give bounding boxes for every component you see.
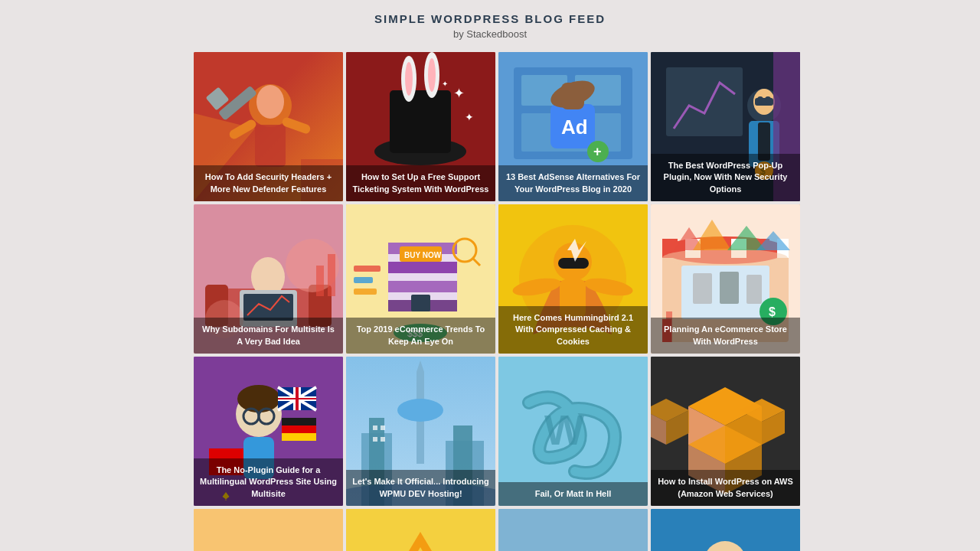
card-11-title: Fail, Or Matt In Hell <box>505 488 642 500</box>
svg-point-36 <box>765 96 771 103</box>
card-8-title: Planning An eCommerce Store With WordPre… <box>657 324 794 347</box>
svg-rect-56 <box>388 262 457 273</box>
svg-rect-48 <box>243 294 293 321</box>
card-8-overlay: Planning An eCommerce Store With WordPre… <box>651 318 800 354</box>
svg-rect-91 <box>746 275 762 304</box>
svg-rect-115 <box>282 425 316 433</box>
svg-text:✦: ✦ <box>442 80 448 88</box>
card-7-overlay: Here Comes Hummingbird 2.1 With Compress… <box>498 306 648 354</box>
svg-rect-57 <box>388 281 457 292</box>
svg-text:$: $ <box>769 305 776 318</box>
svg-rect-72 <box>558 258 589 269</box>
card-1[interactable]: How To Add Security Headers + More New D… <box>194 52 343 201</box>
card-6-overlay: Top 2019 eCommerce Trends To Keep An Eye… <box>346 318 495 354</box>
svg-point-15 <box>428 58 436 92</box>
card-5-title: Why Subdomains For Multisite Is A Very B… <box>200 324 337 347</box>
svg-rect-127 <box>373 425 377 430</box>
svg-text:BUY NOW: BUY NOW <box>404 251 442 259</box>
card-7[interactable]: Here Comes Hummingbird 2.1 With Compress… <box>498 204 648 354</box>
svg-rect-68 <box>354 289 377 295</box>
svg-rect-128 <box>381 425 385 430</box>
card-10-title: Let's Make It Official... Introducing WP… <box>352 476 489 500</box>
svg-rect-67 <box>354 277 373 283</box>
svg-text:Ad: Ad <box>561 116 588 139</box>
card-2-overlay: How to Set Up a Free Support Ticketing S… <box>346 165 495 201</box>
svg-rect-89 <box>693 273 712 304</box>
svg-rect-114 <box>282 418 316 425</box>
card-15[interactable]: ... <box>498 509 648 551</box>
card-9-title: The No-Plugin Guide for a Multilingual W… <box>200 465 337 500</box>
svg-rect-130 <box>381 437 385 442</box>
svg-rect-158 <box>498 509 648 551</box>
card-9-overlay: The No-Plugin Guide for a Multilingual W… <box>194 458 343 506</box>
card-16[interactable]: ... <box>651 509 800 551</box>
card-10[interactable]: Let's Make It Official... Introducing WP… <box>346 357 495 506</box>
svg-rect-52 <box>328 254 335 296</box>
page-title: SIMPLE WORDPRESS BLOG FEED <box>0 12 980 25</box>
svg-point-121 <box>397 399 443 422</box>
svg-rect-61 <box>411 295 430 311</box>
svg-rect-116 <box>282 433 316 441</box>
card-1-overlay: How To Add Security Headers + More New D… <box>194 165 343 201</box>
card-12[interactable]: How to Install WordPress on AWS (Amazon … <box>651 357 800 506</box>
svg-rect-4 <box>281 116 312 135</box>
svg-text:✦: ✦ <box>465 111 474 123</box>
svg-rect-1 <box>255 125 286 167</box>
card-2-title: How to Set Up a Free Support Ticketing S… <box>352 171 489 195</box>
svg-rect-51 <box>316 266 324 296</box>
card-3-overlay: 13 Best AdSense Alternatives For Your Wo… <box>498 165 648 201</box>
svg-point-35 <box>757 96 763 103</box>
card-9[interactable]: The No-Plugin Guide for a Multilingual W… <box>194 357 343 506</box>
svg-point-87 <box>662 249 788 267</box>
svg-rect-29 <box>561 83 584 109</box>
card-7-title: Here Comes Hummingbird 2.1 With Compress… <box>505 312 642 347</box>
card-11[interactable]: W Fail, Or Matt In Hell <box>498 357 648 506</box>
card-5-overlay: Why Subdomains For Multisite Is A Very B… <box>194 318 343 354</box>
svg-text:✦: ✦ <box>453 86 465 101</box>
card-3-title: 13 Best AdSense Alternatives For Your Wo… <box>505 171 642 195</box>
svg-text:W: W <box>544 406 584 454</box>
blog-grid: How To Add Security Headers + More New D… <box>188 46 792 551</box>
card-12-overlay: How to Install WordPress on AWS (Amazon … <box>651 470 800 506</box>
card-2[interactable]: ✦ ✦ ✦ How to Set Up a Free Support Ticke… <box>346 52 495 201</box>
card-3[interactable]: Ad + 13 Best AdSense Alternatives For Yo… <box>498 52 648 201</box>
svg-point-102 <box>237 385 280 412</box>
svg-rect-31 <box>666 67 743 136</box>
svg-rect-90 <box>720 272 739 304</box>
card-12-title: How to Install WordPress on AWS (Amazon … <box>657 476 794 500</box>
card-13[interactable]: ... <box>194 509 343 551</box>
card-4-overlay: The Best WordPress Pop-Up Plugin, Now Wi… <box>651 154 800 201</box>
card-10-overlay: Let's Make It Official... Introducing WP… <box>346 470 495 506</box>
page-header: SIMPLE WORDPRESS BLOG FEED by Stackedboo… <box>0 0 980 46</box>
svg-point-2 <box>256 85 284 119</box>
card-5[interactable]: Why Subdomains For Multisite Is A Very B… <box>194 204 343 354</box>
card-8[interactable]: $ Planning An eCommerce Store With WordP… <box>651 204 800 354</box>
page-subtitle: by Stackedboost <box>0 28 980 40</box>
card-6[interactable]: BUY NOW $$$ Top 2019 eCommerce Trends To… <box>346 204 495 354</box>
svg-text:+: + <box>593 144 602 159</box>
card-1-title: How To Add Security Headers + More New D… <box>200 171 337 195</box>
svg-rect-66 <box>354 266 381 272</box>
svg-rect-146 <box>194 509 343 551</box>
svg-rect-11 <box>390 90 451 153</box>
card-14[interactable]: ... <box>346 509 495 551</box>
svg-point-14 <box>405 62 413 96</box>
card-4[interactable]: $ The Best WordPress Pop-Up Plugin, Now … <box>651 52 800 201</box>
card-6-title: Top 2019 eCommerce Trends To Keep An Eye… <box>352 324 489 347</box>
svg-rect-113 <box>278 398 316 399</box>
svg-rect-129 <box>373 437 377 442</box>
card-4-title: The Best WordPress Pop-Up Plugin, Now Wi… <box>657 160 794 195</box>
card-11-overlay: Fail, Or Matt In Hell <box>498 482 648 506</box>
